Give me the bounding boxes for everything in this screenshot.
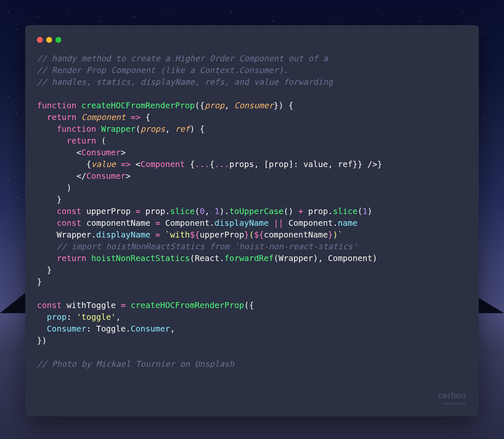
keyword: function: [37, 101, 76, 110]
function-name: Wrapper: [101, 124, 136, 134]
param: props: [141, 124, 165, 134]
watermark-title: carbon: [438, 391, 466, 400]
comment-line: // Render Prop Component (like a Context…: [37, 65, 289, 75]
function-name: createHOCFromRenderProp: [131, 301, 244, 310]
param: prop: [205, 101, 224, 110]
function-name: createHOCFromRenderProp: [81, 101, 195, 110]
minimize-icon[interactable]: [46, 37, 52, 43]
maximize-icon[interactable]: [55, 37, 61, 43]
param: ref: [175, 124, 190, 134]
method: forwardRef: [224, 253, 273, 263]
keyword: const: [37, 301, 62, 310]
method: slice: [170, 206, 195, 216]
code-window: // handy method to create a Higher Order…: [25, 25, 479, 416]
number: 1: [215, 206, 220, 216]
param: value: [91, 159, 116, 169]
keyword: return: [47, 112, 76, 122]
param: Consumer: [234, 101, 274, 110]
property: name: [338, 218, 357, 228]
watermark-subtitle: carbon.now.sh: [438, 401, 466, 405]
param: Component: [81, 112, 126, 122]
jsx-tag: Consumer: [81, 148, 121, 157]
property-key: prop: [47, 312, 66, 322]
method: toUpperCase: [229, 206, 284, 216]
comment-line: // handles, statics, displayName, refs, …: [37, 77, 333, 87]
identifier: upperProp: [86, 206, 131, 216]
string: 'toggle': [76, 312, 116, 322]
watermark: carbon carbon.now.sh: [438, 391, 466, 405]
jsx-tag: Consumer: [86, 171, 126, 181]
string: `with: [165, 230, 190, 240]
comment-line: // handy method to create a Higher Order…: [37, 54, 328, 63]
comment-line: // Photo by Mickael Tournier on Unsplash: [37, 359, 234, 369]
number: 1: [362, 206, 368, 216]
jsx-tag: Component: [141, 159, 185, 169]
keyword: const: [57, 218, 81, 228]
identifier: withToggle: [66, 301, 116, 310]
property-key: Consumer: [47, 324, 86, 334]
property: displayName: [96, 230, 150, 240]
keyword: return: [57, 253, 86, 263]
number: 0: [200, 206, 205, 216]
comment-line: // import hoistNonReactStatics from 'hoi…: [57, 242, 357, 251]
property: Consumer: [131, 324, 170, 334]
close-icon[interactable]: [37, 37, 43, 43]
function-name: hoistNonReactStatics: [91, 253, 190, 263]
identifier: componentName: [86, 218, 150, 228]
keyword: function: [57, 124, 96, 134]
method: slice: [333, 206, 358, 216]
property: displayName: [215, 218, 269, 228]
code-block: // handy method to create a Higher Order…: [37, 53, 467, 370]
keyword: const: [57, 206, 81, 216]
window-controls: [37, 37, 467, 43]
keyword: return: [66, 136, 96, 146]
